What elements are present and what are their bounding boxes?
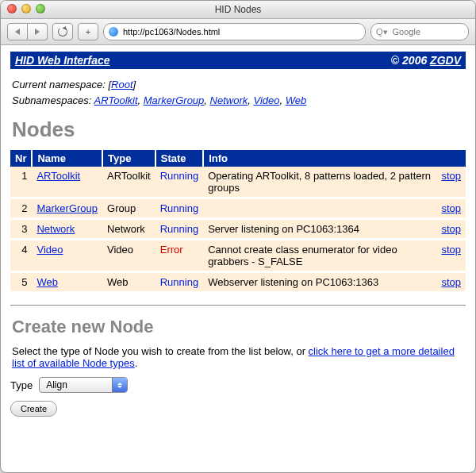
reload-button[interactable]	[52, 23, 73, 40]
node-name-link[interactable]: Network	[36, 223, 75, 235]
col-type: Type	[102, 150, 155, 167]
subnamespace-link-video[interactable]: Video	[253, 94, 279, 106]
cell-name: ARToolkit	[32, 167, 102, 198]
forward-button[interactable]	[28, 23, 48, 40]
col-name: Name	[32, 150, 102, 167]
subnamespaces-list: ARToolkit, MarkerGroup, Network, Video, …	[94, 94, 307, 106]
stop-link[interactable]: stop	[441, 170, 461, 182]
banner-copyright: © 2006 ZGDV	[391, 54, 461, 67]
url-bar[interactable]	[103, 23, 366, 40]
url-input[interactable]	[121, 26, 360, 37]
subnamespaces-label: Subnamespaces:	[12, 94, 94, 106]
cell-type: Group	[102, 198, 155, 219]
cell-action: stop	[436, 219, 466, 240]
subnamespace-link-artoolkit[interactable]: ARToolkit	[94, 94, 138, 106]
stop-link[interactable]: stop	[441, 223, 461, 235]
cell-action: stop	[436, 198, 466, 219]
cell-nr: 3	[10, 219, 32, 240]
create-instruction: Select the type of Node you wish to crea…	[12, 345, 464, 369]
cell-state: Running	[155, 198, 203, 219]
node-name-link[interactable]: ARToolkit	[36, 170, 80, 182]
cell-name: Network	[32, 219, 102, 240]
subnamespace-link-web[interactable]: Web	[286, 94, 307, 106]
cell-type: Video	[102, 240, 155, 272]
stop-link[interactable]: stop	[441, 244, 461, 256]
cell-state: Error	[155, 240, 203, 272]
subnamespace-link-markergroup[interactable]: MarkerGroup	[144, 94, 205, 106]
table-row: 1ARToolkitARToolkitRunningOperating ARTo…	[10, 167, 466, 198]
back-icon	[15, 29, 20, 35]
cell-name: Video	[32, 240, 102, 272]
create-heading: Create new Node	[12, 317, 464, 337]
type-select[interactable]: Align	[39, 377, 128, 393]
stop-link[interactable]: stop	[441, 202, 461, 214]
root-namespace-link[interactable]: Root	[111, 79, 132, 90]
node-name-link[interactable]: MarkerGroup	[36, 202, 98, 214]
cell-action: stop	[436, 240, 466, 272]
close-window-button[interactable]	[7, 4, 17, 13]
banner-org-link[interactable]: ZGDV	[430, 54, 461, 67]
cell-info: Webserver listening on PC1063:1363	[203, 272, 436, 293]
page-banner: HID Web Interface © 2006 ZGDV	[10, 52, 466, 69]
cell-action: stop	[436, 272, 466, 293]
cell-nr: 4	[10, 240, 32, 272]
table-row: 5WebWebRunningWebserver listening on PC1…	[10, 272, 466, 293]
search-bar[interactable]: Q▾	[370, 23, 469, 40]
type-select-value: Align	[40, 379, 112, 390]
col-state: State	[155, 150, 203, 167]
window-titlebar: HID Nodes	[1, 1, 475, 19]
window-title: HID Nodes	[1, 4, 475, 15]
subnamespace-link-network[interactable]: Network	[210, 94, 248, 106]
search-prefix: Q▾	[376, 27, 388, 37]
table-row: 2MarkerGroupGroupRunningstop	[10, 198, 466, 219]
cell-nr: 5	[10, 272, 32, 293]
forward-icon	[35, 29, 40, 35]
namespace-info: Current namespace: [Root] Subnamespaces:…	[12, 77, 464, 108]
cell-type: Web	[102, 272, 155, 293]
nodes-table: Nr Name Type State Info 1ARToolkitARTool…	[10, 150, 466, 294]
cell-name: Web	[32, 272, 102, 293]
zoom-window-button[interactable]	[36, 4, 45, 13]
banner-title-link[interactable]: HID Web Interface	[15, 54, 110, 67]
search-input[interactable]	[391, 26, 476, 37]
select-arrows-icon	[112, 378, 127, 392]
plus-icon: +	[86, 27, 90, 37]
cell-info: Cannot create class enumerator for video…	[203, 240, 436, 272]
cell-action: stop	[436, 167, 466, 198]
cell-nr: 1	[10, 167, 32, 198]
site-icon	[109, 27, 118, 37]
col-info: Info	[203, 150, 466, 167]
cell-state: Running	[155, 272, 203, 293]
back-button[interactable]	[7, 23, 28, 40]
page-content: HID Web Interface © 2006 ZGDV Current na…	[1, 45, 475, 472]
table-row: 3NetworkNetworkRunningServer listening o…	[10, 219, 466, 240]
cell-type: Network	[102, 219, 155, 240]
table-row: 4VideoVideoErrorCannot create class enum…	[10, 240, 466, 272]
create-button[interactable]: Create	[10, 401, 57, 417]
current-namespace-label: Current namespace:	[12, 79, 108, 90]
cell-info: Server listening on PC1063:1364	[203, 219, 436, 240]
type-label: Type	[10, 379, 33, 391]
node-name-link[interactable]: Web	[36, 276, 58, 288]
cell-state: Running	[155, 219, 203, 240]
reload-icon	[58, 27, 67, 37]
cell-info	[203, 198, 436, 219]
stop-link[interactable]: stop	[441, 276, 461, 288]
browser-toolbar: + Q▾	[1, 19, 475, 45]
nodes-heading: Nodes	[12, 117, 464, 142]
add-bookmark-button[interactable]: +	[78, 23, 98, 40]
cell-info: Operating ARToolkit, 8 patterns loaded, …	[203, 167, 436, 198]
col-nr: Nr	[10, 150, 32, 167]
cell-type: ARToolkit	[102, 167, 155, 198]
node-name-link[interactable]: Video	[36, 244, 63, 256]
cell-nr: 2	[10, 198, 32, 219]
section-divider	[10, 305, 466, 306]
minimize-window-button[interactable]	[21, 4, 31, 13]
cell-name: MarkerGroup	[32, 198, 102, 219]
cell-state: Running	[155, 167, 203, 198]
